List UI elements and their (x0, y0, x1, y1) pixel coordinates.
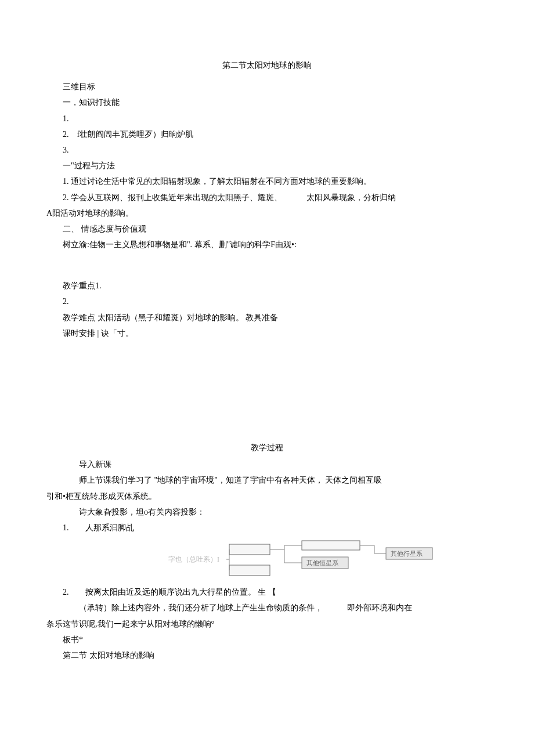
sec1-header: 三维目标 (46, 79, 488, 94)
board-header: 板书* (46, 632, 488, 647)
diagram-left-label: 字也（总吐系）I (168, 554, 219, 566)
intro-p1: 师上节课我们学习了 "地球的宇宙环境"，知道了宇宙中有各种天体， 天体之间相互吸 (46, 473, 488, 487)
transition-p1-cont: 条乐这节识呢,我们一起来宁从阳对地球的懒响° (46, 617, 488, 631)
diagram-box2-text: 其他行星系 (391, 550, 423, 557)
diagram-box1-text: 其他恒星系 (306, 559, 338, 566)
sec1-a1: 1. (46, 111, 488, 126)
svg-rect-1 (229, 565, 270, 576)
sec1-b: 一"过程与方法 (46, 158, 488, 173)
transition-p1: （承转）除上述内容外，我们还分析了地球上产生生命物质的条件， 即外部环境和内在 (46, 601, 488, 615)
doc-title: 第二节太阳对地球的影响 (46, 58, 488, 73)
sec1-b2: 2. 学会从互联网、报刊上收集近年来出现的太阳黑子、耀斑、 太阳风暴现象，分析归… (46, 190, 488, 205)
process-title: 教学过程 (46, 440, 488, 455)
intro-header: 导入新课 (46, 457, 488, 472)
svg-rect-2 (302, 541, 360, 550)
svg-rect-0 (229, 544, 270, 555)
intro-p1-cont: 引和•柜互统转,形成灭体系统。 (46, 489, 488, 504)
diagram-svg: 其他恒星系 其他行星系 (226, 540, 435, 580)
sec1-a3: 3. (46, 143, 488, 157)
board-line: 第二节 太阳对地球的影响 (46, 648, 488, 663)
intro-q2: 2. 按离太阳由近及远的顺序说出九大行星的位置。 生 【 (46, 585, 488, 599)
intro-q1: 1. 人那系汩脚乩 (46, 520, 488, 535)
schedule: 课时安排 | 诀「寸。 (46, 326, 488, 341)
difficulty: 教学难点 太阳活动（黑子和耀斑）对地球的影响。 教具准备 (46, 310, 488, 325)
sec1-c: 二、 情感态度与价值观 (46, 222, 488, 236)
sec1-a2: 2. f壮朗阎闾丰瓦类哩歹）归晌炉肌 (46, 127, 488, 142)
sec1-a: 一，知识打技能 (46, 95, 488, 110)
sec1-c1: 树立渝:佳物一主义恳想和事物是和". 幕系、删"谑响的科学F由观•: (46, 237, 488, 252)
sec1-b2-cont: A阳活动对地球的影响。 (46, 206, 488, 220)
sec1-b1: 1. 通过讨论生活中常见的太阳辐射现象，了解太阳辐射在不同方面对地球的重要影响。 (46, 174, 488, 189)
hierarchy-diagram: 字也（总吐系）I 其他恒星系 其他行星系 (116, 540, 488, 580)
intro-p2: 诗大象旮投影，坦o有关内容投影： (46, 505, 488, 519)
keypoint-2: 2. (46, 294, 488, 309)
keypoint-header: 教学重点1. (46, 278, 488, 293)
